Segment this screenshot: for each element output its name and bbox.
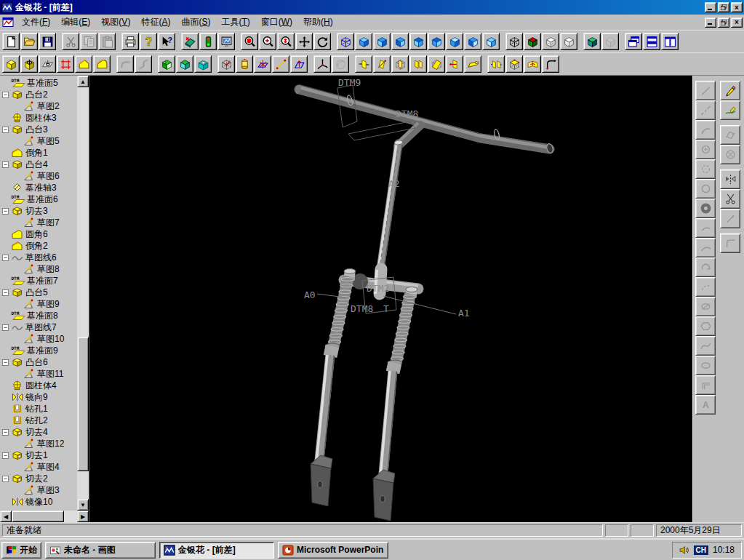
sk-circle-button[interactable] bbox=[695, 179, 716, 199]
tree-item-圆柱体4[interactable]: 圆柱体4 bbox=[0, 380, 77, 391]
zoom-in-button[interactable] bbox=[259, 33, 276, 50]
tree-item-草图6[interactable]: 草图6 bbox=[0, 170, 77, 182]
speaker-icon[interactable] bbox=[679, 545, 689, 555]
erase-button[interactable] bbox=[181, 33, 199, 50]
tree-item-镜向9[interactable]: 镜向9 bbox=[0, 391, 77, 403]
win-tile-h-button[interactable] bbox=[643, 33, 660, 50]
csys-button[interactable] bbox=[313, 55, 331, 73]
collapse-box[interactable]: − bbox=[2, 452, 9, 459]
taskbar-task-Microsoft PowerPoin...[interactable]: Microsoft PowerPoin... bbox=[278, 542, 388, 559]
plane-section-button[interactable] bbox=[428, 55, 445, 73]
view-front-button[interactable] bbox=[373, 33, 391, 50]
shade-button[interactable] bbox=[583, 33, 601, 50]
tree-item-基准面7[interactable]: DTM基准面7 bbox=[0, 275, 77, 287]
tree-item-草图线7[interactable]: −草图线7 bbox=[0, 321, 77, 333]
sk-donut-button[interactable] bbox=[695, 199, 716, 218]
sk-arc-rot-button[interactable] bbox=[695, 257, 716, 277]
collapse-box[interactable]: − bbox=[2, 208, 9, 215]
taskbar-task-金银花 - [前差][interactable]: 金银花 - [前差] bbox=[159, 542, 274, 559]
start-button[interactable]: 开始 bbox=[1, 542, 41, 559]
tree-item-基准面9[interactable]: DTM基准面9 bbox=[0, 345, 77, 356]
sk-scissors-button[interactable] bbox=[720, 189, 740, 209]
tree-item-草图7[interactable]: 草图7 bbox=[0, 217, 77, 228]
plane-through-button[interactable] bbox=[391, 55, 409, 73]
datum-line-button[interactable] bbox=[272, 55, 289, 73]
sk-arrow-button[interactable] bbox=[720, 209, 740, 228]
child-minimize-button[interactable] bbox=[705, 17, 716, 28]
taskbar-task-未命名 - 画图[interactable]: 未命名 - 画图 bbox=[45, 542, 156, 559]
round-button[interactable] bbox=[93, 55, 111, 73]
tree-item-草图4[interactable]: 草图4 bbox=[0, 461, 77, 473]
cube-plane-button[interactable] bbox=[505, 55, 523, 73]
menu-曲面(S)[interactable]: 曲面(S) bbox=[176, 14, 216, 31]
win-cascade-button[interactable] bbox=[625, 33, 642, 50]
tree-item-草图3[interactable]: 草图3 bbox=[0, 484, 77, 496]
collapse-box[interactable]: − bbox=[2, 289, 9, 296]
scroll-up-button[interactable]: ▲ bbox=[77, 76, 89, 87]
redirect-button[interactable] bbox=[542, 55, 559, 73]
tree-item-草图5[interactable]: 草图5 bbox=[0, 135, 77, 147]
new-button[interactable] bbox=[2, 33, 20, 50]
collapse-box[interactable]: − bbox=[2, 476, 9, 482]
taskbar-clock[interactable]: 10:18 bbox=[713, 545, 735, 555]
tree-item-草图10[interactable]: 草图10 bbox=[0, 333, 77, 345]
tree-item-切去1[interactable]: −切去1 bbox=[0, 449, 77, 461]
tree-item-凸台3[interactable]: −凸台3 bbox=[0, 124, 77, 135]
tree-item-草图线6[interactable]: −草图线6 bbox=[0, 252, 77, 263]
view-bottom-button[interactable] bbox=[464, 33, 481, 50]
tree-item-基准面6[interactable]: DTM基准面6 bbox=[0, 193, 77, 205]
sk-circle-x-button[interactable] bbox=[720, 145, 740, 164]
tree-item-切去2[interactable]: −切去2 bbox=[0, 473, 77, 484]
tree-vertical-scrollbar[interactable]: ▲ ▼ bbox=[77, 76, 89, 511]
menu-视图(V)[interactable]: 视图(V) bbox=[96, 14, 136, 31]
graphics-viewport[interactable]: DTM9DTM8A2A0DTM2DTM8TA1 A bbox=[89, 76, 744, 522]
sk-ellipse-button[interactable] bbox=[695, 356, 716, 375]
sk-tag-button[interactable] bbox=[720, 125, 740, 145]
tree-item-凸台4[interactable]: −凸台4 bbox=[0, 159, 77, 170]
view-wire-button[interactable] bbox=[337, 33, 354, 50]
sk-corner-button[interactable] bbox=[695, 375, 716, 395]
restore-button[interactable] bbox=[718, 2, 729, 12]
shade-off-button[interactable] bbox=[601, 33, 619, 50]
view-back-button[interactable] bbox=[391, 33, 409, 50]
tree-item-基准面5[interactable]: DTM基准面5 bbox=[0, 77, 77, 89]
view-left-button[interactable] bbox=[409, 33, 427, 50]
refresh-button[interactable] bbox=[313, 33, 331, 50]
child-restore-button[interactable] bbox=[718, 17, 729, 28]
sk-modify-button[interactable] bbox=[720, 100, 740, 120]
menu-特征(A)[interactable]: 特征(A) bbox=[136, 14, 176, 31]
scroll-thumb-h[interactable] bbox=[12, 511, 64, 522]
sk-text-button[interactable]: A bbox=[695, 395, 716, 415]
plane-parallel-button[interactable] bbox=[409, 55, 427, 73]
tree-item-凸台2[interactable]: −凸台2 bbox=[0, 89, 77, 100]
sk-spline-button[interactable] bbox=[695, 336, 716, 356]
sweep-button[interactable] bbox=[116, 55, 134, 73]
input-language-indicator[interactable]: CH bbox=[694, 545, 708, 555]
zoom-out-button[interactable] bbox=[241, 33, 258, 50]
datum-cyl-button[interactable] bbox=[236, 55, 253, 73]
minimize-button[interactable] bbox=[705, 2, 716, 12]
menu-编辑(E)[interactable]: 编辑(E) bbox=[56, 14, 96, 31]
scroll-right-button[interactable]: ▶ bbox=[77, 511, 89, 522]
collapse-box[interactable]: − bbox=[2, 429, 9, 436]
collapse-box[interactable]: − bbox=[2, 127, 9, 133]
sk-polygon-button[interactable] bbox=[695, 316, 716, 336]
tree-item-基准轴3[interactable]: 基准轴3 bbox=[0, 182, 77, 193]
scroll-left-button[interactable]: ◀ bbox=[0, 511, 12, 522]
regen-button[interactable] bbox=[199, 33, 217, 50]
tree-item-草图2[interactable]: 草图2 bbox=[0, 100, 77, 112]
tree-item-凸台6[interactable]: −凸台6 bbox=[0, 356, 77, 368]
tree-item-基准面8[interactable]: DTM基准面8 bbox=[0, 310, 77, 321]
tree-item-钻孔1[interactable]: 钻孔1 bbox=[0, 403, 77, 415]
mirror-geom-button[interactable] bbox=[355, 55, 372, 73]
sk-mirror-button[interactable] bbox=[720, 169, 740, 189]
tree-horizontal-scrollbar[interactable]: ◀ ▶ bbox=[0, 511, 89, 522]
pan-button[interactable] bbox=[295, 33, 313, 50]
sk-arc2-button[interactable] bbox=[695, 238, 716, 257]
tree-item-切去3[interactable]: −切去3 bbox=[0, 205, 77, 217]
child-close-button[interactable]: × bbox=[731, 17, 743, 28]
blend-button[interactable] bbox=[135, 55, 152, 73]
menu-窗口(W)[interactable]: 窗口(W) bbox=[256, 14, 298, 31]
view-axon-button[interactable] bbox=[482, 33, 500, 50]
tree-item-圆柱体3[interactable]: 圆柱体3 bbox=[0, 112, 77, 124]
